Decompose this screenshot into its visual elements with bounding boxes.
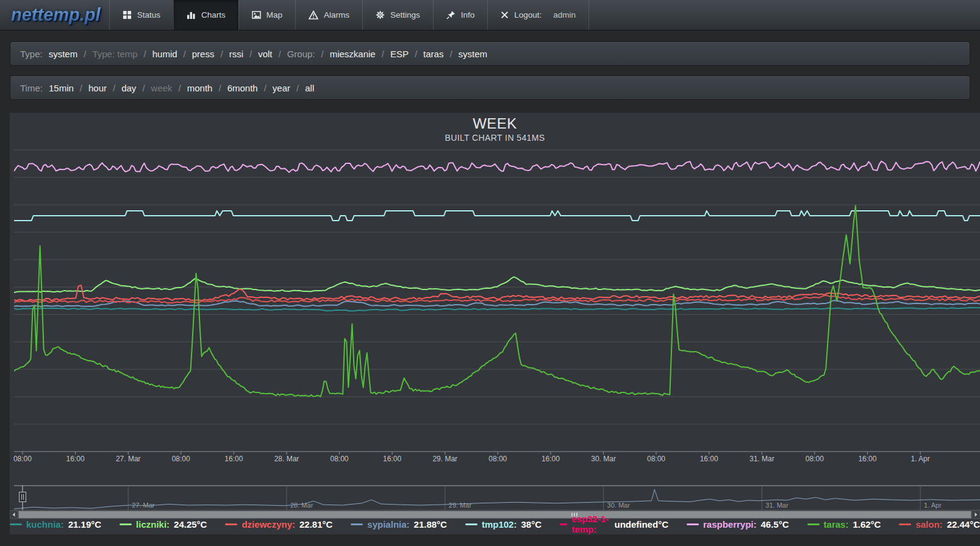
separator: / [321, 49, 324, 59]
separator: / [449, 49, 452, 59]
chart-plot: 08:0016:0027. Mar08:0016:0028. Mar08:001… [10, 113, 980, 534]
legend-series-value: 46.5°C [761, 519, 789, 530]
separator: / [218, 83, 221, 93]
tab-settings[interactable]: Settings [362, 0, 433, 30]
svg-text:08:00: 08:00 [488, 455, 507, 463]
app-logo[interactable]: nettemp.pl [11, 5, 101, 25]
series-line-kuchnia [14, 308, 980, 311]
legend-item-raspberrypi[interactable]: raspberrypi:46.5°C [687, 519, 789, 530]
type-option-type-temp: Type: temp [92, 49, 137, 59]
separator: / [264, 83, 266, 93]
time-option-day[interactable]: day [121, 83, 136, 93]
svg-text:16:00: 16:00 [700, 455, 718, 463]
svg-text:16:00: 16:00 [224, 455, 243, 463]
type-option-esp[interactable]: ESP [390, 49, 409, 59]
svg-text:27. Mar: 27. Mar [116, 455, 141, 463]
time-option-15min[interactable]: 15min [49, 83, 74, 93]
legend-item-taras[interactable]: taras:1.62°C [807, 519, 881, 530]
svg-text:08:00: 08:00 [806, 455, 824, 463]
tab-alarms[interactable]: Alarms [295, 0, 362, 30]
tab-label: Alarms [324, 10, 349, 20]
legend-series-name: tmp102: [482, 519, 517, 530]
grid-icon [123, 10, 132, 20]
legend-item-dziewczyny[interactable]: dziewczyny:22.81°C [225, 519, 332, 530]
separator: / [142, 83, 145, 93]
type-option-mieszkanie[interactable]: mieszkanie [330, 49, 376, 59]
svg-text:16:00: 16:00 [542, 455, 560, 463]
navigator-series-line [14, 489, 980, 509]
close-icon [501, 11, 509, 19]
svg-text:1. Apr: 1. Apr [910, 455, 929, 463]
type-option-taras[interactable]: taras [423, 49, 443, 59]
svg-text:16:00: 16:00 [383, 455, 401, 463]
separator: / [415, 49, 417, 59]
legend-item-liczniki[interactable]: liczniki:24.25°C [120, 519, 207, 530]
legend-series-value: 22.44°C [947, 519, 980, 530]
legend-series-value: 1.62°C [853, 519, 881, 530]
time-option-6month[interactable]: 6month [227, 83, 258, 93]
legend-series-name: liczniki: [136, 519, 170, 530]
tab-label: Settings [390, 10, 420, 20]
chart-title: WEEK [10, 115, 980, 132]
time-filter-bar: Time:15min/hour/day/week/month/6month/ye… [10, 76, 970, 100]
type-label: Group: [287, 49, 315, 59]
tab-label: Charts [201, 10, 226, 20]
legend-marker [225, 523, 237, 525]
legend-item-esp32-1-temp[interactable]: esp32-1-temp:undefined°C [560, 514, 668, 534]
tab-label: Info [461, 10, 475, 20]
time-option-all[interactable]: all [305, 83, 314, 93]
legend-marker [120, 523, 132, 525]
type-option-rssi[interactable]: rssi [229, 49, 243, 59]
tab-status[interactable]: Status [109, 0, 173, 30]
svg-text:28. Mar: 28. Mar [274, 455, 299, 463]
type-option-volt[interactable]: volt [258, 49, 272, 59]
separator: / [113, 83, 115, 93]
pin-icon [446, 10, 456, 20]
type-option-system[interactable]: system [49, 49, 78, 59]
tab-map[interactable]: Map [238, 0, 295, 30]
tab-logout[interactable]: Logout:admin [487, 0, 589, 30]
svg-text:30. Mar: 30. Mar [591, 455, 616, 463]
tab-info[interactable]: Info [433, 0, 488, 30]
legend-series-value: 21.88°C [414, 519, 447, 530]
legend-series-value: 38°C [521, 519, 542, 530]
legend-marker [899, 523, 911, 525]
bar-chart-icon [187, 10, 196, 20]
legend-item-salon[interactable]: salon:22.44°C [899, 519, 980, 530]
legend-marker [687, 523, 699, 525]
nav-tabs: StatusChartsMapAlarmsSettingsInfoLogout:… [109, 0, 589, 30]
separator: / [220, 49, 223, 59]
warning-icon [309, 10, 318, 20]
svg-text:08:00: 08:00 [172, 455, 190, 463]
svg-text:31. Mar: 31. Mar [765, 502, 789, 509]
legend-item-sypialnia[interactable]: sypialnia:21.88°C [351, 519, 447, 530]
legend-series-name: raspberrypi: [703, 519, 757, 530]
time-option-year[interactable]: year [273, 83, 290, 93]
type-option-system[interactable]: system [459, 49, 488, 59]
navigator-handle[interactable] [20, 492, 26, 502]
logged-in-user: admin [553, 10, 576, 20]
svg-text:16:00: 16:00 [858, 455, 876, 463]
separator: / [184, 49, 186, 59]
tab-label: Status [137, 10, 160, 20]
chart-subtitle: BUILT CHART IN 541MS [10, 133, 980, 143]
chart-legend: kuchnia:21.19°Cliczniki:24.25°Cdziewczyn… [10, 514, 980, 534]
time-option-month[interactable]: month [187, 83, 213, 93]
separator: / [84, 49, 86, 59]
legend-marker [465, 523, 477, 525]
svg-text:28. Mar: 28. Mar [290, 502, 313, 509]
legend-item-tmp102[interactable]: tmp102:38°C [465, 519, 542, 530]
legend-item-kuchnia[interactable]: kuchnia:21.19°C [10, 519, 101, 530]
separator: / [278, 49, 281, 59]
type-option-press[interactable]: press [192, 49, 215, 59]
separator: / [144, 49, 146, 59]
svg-text:08:00: 08:00 [647, 455, 665, 463]
separator: / [179, 83, 181, 93]
svg-text:30. Mar: 30. Mar [607, 502, 631, 509]
series-line-liczniki [14, 277, 980, 292]
legend-series-name: kuchnia: [26, 519, 64, 530]
legend-marker [560, 523, 567, 525]
tab-charts[interactable]: Charts [173, 0, 238, 30]
time-option-hour[interactable]: hour [88, 83, 107, 93]
type-option-humid[interactable]: humid [152, 49, 177, 59]
